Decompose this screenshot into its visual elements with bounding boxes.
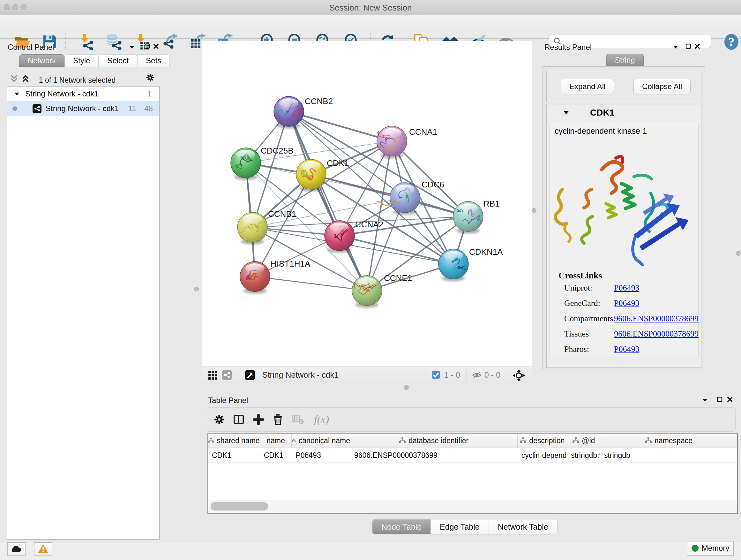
tab-sets[interactable]: Sets: [137, 54, 170, 67]
import-network-icon: [78, 34, 94, 50]
hidden-indicator[interactable]: [472, 370, 482, 380]
table-settings-button[interactable]: [214, 414, 225, 425]
network-tree-root-row[interactable]: String Network - cdk1 1: [7, 86, 159, 101]
function-builder-button[interactable]: f(x): [314, 414, 329, 426]
column-header-canonical-name[interactable]: canonical name: [292, 434, 350, 448]
network-edge-CDK1-RB1[interactable]: [311, 174, 468, 216]
node-label-HIST1H1A: HIST1H1A: [271, 259, 311, 268]
table-panel-collapse-button[interactable]: [701, 396, 709, 404]
close-icon: [694, 43, 700, 50]
control-panel-close-button[interactable]: [152, 42, 160, 51]
network-canvas[interactable]: CCNB2CCNA1CDC25BCDK1CDC6RB1CCNB1CCNA2CDK…: [202, 41, 532, 367]
column-header-namespace[interactable]: namespace: [600, 434, 737, 448]
columns-icon: [233, 414, 245, 425]
warnings-button[interactable]: [34, 542, 52, 556]
gene-section-header[interactable]: CDK1: [547, 105, 701, 121]
crosslink-compartments-link[interactable]: 9606.ENSP00000378699: [614, 314, 698, 323]
results-panel-collapse-button[interactable]: [671, 43, 680, 51]
selected-checkbox[interactable]: [431, 370, 441, 379]
crosslink-label: Uniprot:: [564, 283, 614, 293]
table-row[interactable]: CDK1 CDK1 P06493 9606.ENSP00000378699 cy…: [208, 448, 737, 462]
network-share-view-button[interactable]: [221, 370, 232, 381]
svg-text:?: ?: [729, 35, 735, 49]
network-node-RB1[interactable]: RB1: [453, 199, 500, 234]
network-node-HIST1H1A[interactable]: HIST1H1A: [240, 259, 311, 294]
horizontal-splitter-handle[interactable]: [404, 385, 409, 390]
cloud-status-button[interactable]: [7, 542, 25, 556]
tab-edge-table[interactable]: Edge Table: [431, 519, 489, 534]
import-network-database-button[interactable]: [105, 34, 122, 50]
column-type-icon: [645, 437, 652, 444]
netbar-separator: [239, 369, 239, 381]
protein-structure-image: [553, 138, 694, 266]
node-label-CDC25B: CDC25B: [261, 146, 293, 155]
window-edge-splitter-handle[interactable]: [736, 251, 741, 256]
cell-description[interactable]: cyclin-dependent ...: [518, 448, 567, 462]
cell-canonical-name[interactable]: P06493: [292, 448, 350, 462]
network-node-CDK1[interactable]: CDK1: [296, 159, 349, 192]
import-network-file-button[interactable]: [78, 34, 94, 50]
cell-name[interactable]: CDK1: [260, 448, 292, 462]
crosslink-tissues-link[interactable]: 9606.ENSP00000378699: [614, 329, 698, 339]
section-collapse-icon[interactable]: [563, 111, 569, 115]
gene-name: CDK1: [590, 108, 614, 118]
network-node-CDC6[interactable]: CDC6: [377, 180, 444, 215]
crosslink-genecard-link[interactable]: P06493: [614, 299, 698, 308]
crosslink-uniprot-link[interactable]: P06493: [614, 283, 698, 293]
table-horizontal-scrollbar[interactable]: [209, 500, 737, 513]
network-node-CCNA1[interactable]: CCNA1: [377, 126, 437, 159]
network-node-CCNB2[interactable]: CCNB2: [274, 97, 333, 129]
delete-column-button[interactable]: [273, 414, 283, 425]
right-splitter-handle[interactable]: [532, 208, 536, 213]
tree-child-label: String Network - cdk1: [46, 104, 119, 113]
results-panel-float-button[interactable]: [684, 42, 692, 51]
tree-expand-icon[interactable]: [14, 92, 19, 96]
show-columns-button[interactable]: [233, 414, 245, 425]
export-network-button[interactable]: [162, 34, 179, 50]
results-scroll-area: CDK1 cyclin-dependent kinase 1: [546, 104, 701, 368]
cell-namespace[interactable]: stringdb: [600, 448, 737, 462]
results-panel-close-button[interactable]: [693, 42, 701, 51]
float-window-icon: [717, 396, 723, 402]
column-header-shared-name[interactable]: shared name: [208, 434, 260, 448]
column-header-database-identifier[interactable]: database identifier: [350, 434, 518, 448]
network-tree-child-row[interactable]: String Network - cdk1 11 48: [7, 101, 159, 116]
crosslink-pharos-link[interactable]: P06493: [614, 345, 698, 354]
add-column-button[interactable]: [253, 414, 264, 425]
crosslink-label: Pharos:: [564, 345, 614, 354]
table-panel-close-button[interactable]: [726, 395, 734, 403]
collapse-all-button[interactable]: Collapse All: [633, 79, 690, 94]
column-header-id[interactable]: @id: [567, 434, 600, 448]
tab-string[interactable]: String: [606, 54, 644, 66]
memory-button[interactable]: Memory: [687, 541, 734, 556]
checkbox-checked-icon: [431, 370, 441, 379]
tab-network-table[interactable]: Network Table: [489, 519, 557, 534]
birds-eye-view-button[interactable]: [245, 370, 255, 381]
scrollbar-thumb[interactable]: [211, 502, 268, 510]
network-panel-gear-button[interactable]: [146, 73, 154, 82]
tab-network[interactable]: Network: [19, 54, 64, 67]
fit-content-button[interactable]: [513, 369, 525, 382]
grid-view-button[interactable]: [208, 370, 218, 380]
table-panel-float-button[interactable]: [716, 395, 724, 403]
control-panel-collapse-button[interactable]: [128, 43, 136, 51]
network-node-CDKN1A[interactable]: CDKN1A: [439, 247, 503, 281]
expand-all-button[interactable]: Expand All: [561, 79, 614, 94]
control-panel-float-button[interactable]: [143, 42, 151, 51]
cell-id[interactable]: stringdb:9...: [567, 448, 600, 462]
eye-slash-small-icon: [472, 370, 482, 380]
left-splitter-handle[interactable]: [194, 287, 199, 292]
cell-shared-name[interactable]: CDK1: [208, 448, 260, 462]
help-button[interactable]: ?: [723, 34, 740, 50]
network-edge-HIST1H1A-CCNE1[interactable]: [255, 276, 367, 291]
column-header-name[interactable]: name: [260, 434, 292, 448]
delete-table-button[interactable]: [292, 415, 304, 425]
tab-node-table[interactable]: Node Table: [373, 519, 431, 534]
table-header-row: shared name name canonical name database…: [208, 434, 737, 448]
network-node-CCNE1[interactable]: CCNE1: [352, 273, 412, 308]
cell-database-identifier[interactable]: 9606.ENSP00000378699: [350, 448, 518, 462]
column-header-description[interactable]: description: [518, 434, 567, 448]
tab-style[interactable]: Style: [64, 54, 98, 67]
tab-select[interactable]: Select: [98, 54, 137, 67]
close-icon: [153, 43, 159, 50]
